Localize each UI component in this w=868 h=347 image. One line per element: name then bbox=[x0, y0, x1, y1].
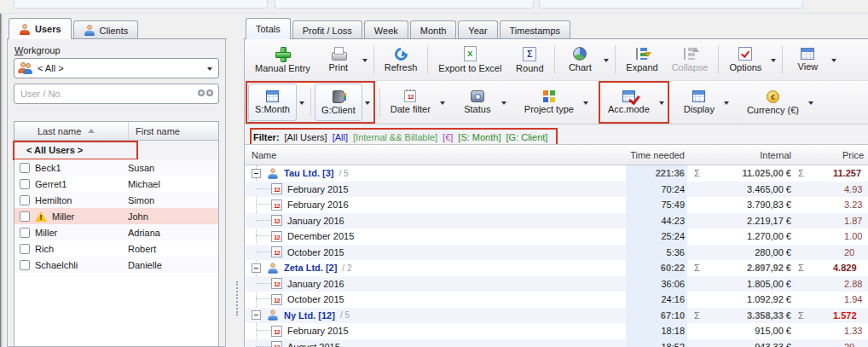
all-users-row[interactable]: < All Users > bbox=[14, 141, 218, 159]
user-row[interactable]: Schaelchli Danielle bbox=[14, 257, 218, 273]
display-button[interactable]: Display bbox=[677, 84, 721, 121]
display-dropdown-arrow[interactable] bbox=[724, 101, 729, 107]
status-dropdown-arrow[interactable] bbox=[501, 101, 506, 107]
window-left-edge bbox=[0, 0, 3, 347]
print-dropdown-arrow[interactable] bbox=[362, 59, 367, 65]
project-type-button[interactable]: Project type bbox=[518, 84, 581, 121]
table-row-month[interactable]: 12August 2015 18:52 943,33 € 29 bbox=[245, 339, 868, 347]
tab-week[interactable]: Week bbox=[364, 20, 408, 39]
tab-totals[interactable]: Totals bbox=[246, 18, 291, 39]
view-dropdown-arrow[interactable] bbox=[831, 59, 836, 65]
table-row-month[interactable]: 12February 2015 70:24 3.465,00 € 4.93 bbox=[245, 182, 868, 198]
manual-entry-button[interactable]: Manual Entry bbox=[248, 41, 317, 78]
calendar-icon: 12 bbox=[271, 278, 282, 289]
group-name: Ny Ltd. [12] bbox=[284, 310, 335, 321]
expand-button[interactable]: Expand bbox=[619, 41, 664, 78]
toolbar-separator bbox=[782, 45, 783, 74]
table-row-group[interactable]: Zeta Ltd. [2] / 2 60:22 Σ 2.897,92 € Σ 4… bbox=[245, 260, 868, 276]
round-button[interactable]: Σ Round bbox=[508, 41, 551, 78]
user-search-box bbox=[14, 84, 219, 104]
table-row-month[interactable]: 12October 2015 5:36 280,00 € 20 bbox=[245, 245, 868, 261]
checkbox[interactable] bbox=[20, 179, 30, 189]
toolbar-separator bbox=[615, 45, 616, 74]
column-header-last-name[interactable]: Last name bbox=[14, 122, 128, 140]
column-header-name[interactable]: Name bbox=[245, 150, 626, 160]
toolbar-separator bbox=[718, 45, 719, 74]
print-button[interactable]: Print bbox=[317, 41, 360, 78]
date-filter-dropdown-arrow[interactable] bbox=[440, 101, 445, 107]
filter-token-all: [All] bbox=[333, 132, 348, 142]
table-row-group[interactable]: Tau Ltd. [3] / 5 221:36 Σ 11.025,00 € Σ … bbox=[245, 165, 868, 182]
tab-users[interactable]: Users bbox=[9, 18, 72, 39]
calendar-icon: 12 bbox=[404, 90, 416, 102]
date-filter-button[interactable]: 12 Date filter bbox=[384, 84, 437, 121]
column-header-price[interactable]: Price bbox=[813, 150, 868, 160]
tree-collapse-toggle[interactable] bbox=[252, 310, 261, 320]
tab-month[interactable]: Month bbox=[410, 20, 457, 39]
filter-token-currency: [€] bbox=[443, 132, 453, 142]
user-row[interactable]: Beck1 Susan bbox=[14, 159, 218, 176]
options-button[interactable]: Options bbox=[722, 41, 768, 78]
panel-splitter[interactable] bbox=[236, 281, 240, 315]
user-row[interactable]: Miller Adriana bbox=[14, 224, 218, 240]
workgroup-dropdown[interactable]: < All > bbox=[14, 58, 219, 78]
currency-dropdown-arrow[interactable] bbox=[808, 101, 813, 107]
sort-month-dropdown-arrow[interactable] bbox=[299, 101, 304, 107]
sort-asc-icon bbox=[88, 129, 95, 133]
user-row-warning[interactable]: Miller John bbox=[14, 208, 218, 224]
totals-table: Name Time needed Internal Price Tau Ltd.… bbox=[245, 144, 868, 346]
user-row[interactable]: Gerret1 Michael bbox=[14, 176, 218, 192]
checkbox[interactable] bbox=[20, 228, 30, 238]
refresh-button[interactable]: Refresh bbox=[378, 41, 425, 78]
checkbox[interactable] bbox=[20, 211, 30, 222]
group-count: / 2 bbox=[342, 263, 351, 273]
acc-mode-dropdown-arrow[interactable] bbox=[659, 101, 664, 107]
checkbox[interactable] bbox=[20, 195, 30, 205]
project-type-dropdown-arrow[interactable] bbox=[583, 101, 588, 107]
sigma-icon: Σ bbox=[687, 263, 709, 273]
group-client-dropdown-arrow[interactable] bbox=[365, 101, 370, 107]
plus-icon bbox=[275, 46, 290, 61]
tab-profit-loss[interactable]: Profit / Loss bbox=[292, 20, 362, 39]
tree-collapse-toggle[interactable] bbox=[252, 169, 261, 178]
currency-button[interactable]: € Currency (€) bbox=[740, 84, 806, 121]
sort-month-button[interactable]: S:Month bbox=[248, 84, 297, 121]
workgroup-icon bbox=[18, 62, 33, 74]
checkbox[interactable] bbox=[20, 163, 30, 173]
user-row[interactable]: Hemilton Simon bbox=[14, 192, 218, 208]
sigma-icon: Σ bbox=[791, 310, 813, 321]
table-row-month[interactable]: 12December 2015 25:24 1.270,00 € 1.00 bbox=[245, 228, 868, 245]
project-type-icon bbox=[543, 90, 555, 102]
table-row-month[interactable]: 12January 2016 36:06 1.805,00 € 2.88 bbox=[245, 276, 868, 292]
grid-view-icon bbox=[801, 48, 814, 60]
tab-year[interactable]: Year bbox=[458, 20, 497, 39]
table-row-month[interactable]: 12January 2016 44:23 2.219,17 € 1.87 bbox=[245, 213, 868, 229]
chart-dropdown-arrow[interactable] bbox=[604, 59, 609, 65]
checkbox[interactable] bbox=[20, 260, 30, 270]
view-button[interactable]: View bbox=[786, 41, 829, 78]
chart-button[interactable]: Chart bbox=[558, 41, 601, 78]
table-row-month[interactable]: 12February 2016 75:49 3.790,83 € 3.23 bbox=[245, 197, 868, 213]
user-row[interactable]: Rich Robert bbox=[14, 240, 218, 257]
table-row-month[interactable]: 12October 2015 24:16 1.092,92 € 1.94 bbox=[245, 292, 868, 308]
group-client-button[interactable]: G:Client bbox=[315, 84, 362, 121]
column-header-time-needed[interactable]: Time needed bbox=[626, 145, 687, 165]
options-dropdown-arrow[interactable] bbox=[771, 59, 776, 65]
column-header-internal[interactable]: Internal bbox=[709, 150, 791, 160]
acc-mode-button[interactable]: Acc.mode bbox=[601, 84, 657, 121]
user-search-input[interactable] bbox=[19, 88, 193, 100]
table-row-month[interactable]: 12February 2015 18:18 915,00 € 1.33 bbox=[245, 323, 868, 339]
warning-icon bbox=[35, 211, 47, 222]
binoculars-icon[interactable] bbox=[197, 89, 214, 99]
tree-collapse-toggle[interactable] bbox=[252, 263, 261, 273]
tab-timestamps[interactable]: Timestamps bbox=[500, 20, 571, 39]
calendar-icon: 12 bbox=[271, 326, 282, 337]
table-row-group[interactable]: Ny Ltd. [12] / 5 67:10 Σ 3.358,33 € Σ 1.… bbox=[245, 308, 868, 324]
tab-clients[interactable]: Clients bbox=[73, 20, 139, 39]
status-button[interactable]: Status bbox=[456, 84, 499, 121]
column-header-first-name[interactable]: First name bbox=[128, 122, 218, 140]
chevron-down-icon[interactable] bbox=[207, 67, 212, 73]
users-panel: Workgroup < All > Last name First name <… bbox=[7, 38, 226, 347]
export-to-excel-button[interactable]: X Export to Excel bbox=[431, 41, 508, 78]
checkbox[interactable] bbox=[20, 244, 30, 254]
